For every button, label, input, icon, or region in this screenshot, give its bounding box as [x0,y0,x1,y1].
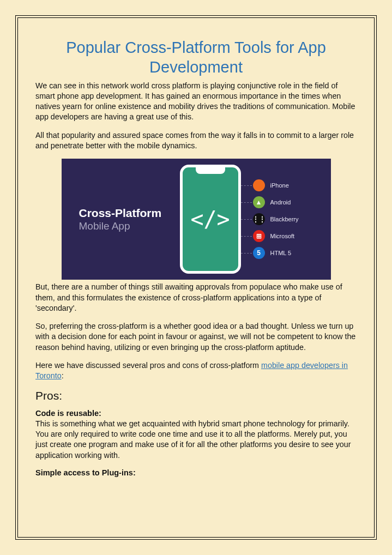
intro-paragraph-2: All that popularity and assured space co… [35,130,357,152]
figure-subheading: Mobile App [79,220,174,232]
code-reusable-heading: Code is reusable: [35,409,357,418]
para5-post: : [62,371,64,380]
figure-heading: Cross-Platform [79,206,174,220]
platform-row-html5: 5 HTML 5 [253,247,299,259]
figure-caption: Cross-Platform Mobile App [79,206,174,232]
platform-list: iPhone ▲ Android ⋮⋮ Blackberry ⊞ Microso… [253,174,299,264]
plugins-heading: Simple access to Plug-ins: [35,468,357,477]
phone-notch-icon [196,167,225,174]
code-reusable-body: This is something what we get acquainted… [35,419,357,461]
pros-heading: Pros: [35,389,357,402]
platform-label: Android [270,199,291,206]
phone-icon: </> [180,165,241,274]
page-inner-border: Popular Cross-Platform Tools for App Dev… [17,17,375,538]
page-outer-border: Popular Cross-Platform Tools for App Dev… [15,15,377,540]
blackberry-icon: ⋮⋮ [253,213,265,225]
platform-label: iPhone [270,182,289,189]
cross-platform-figure: Cross-Platform Mobile App </> iPhone ▲ A… [62,159,331,280]
para5-pre: Here we have discussed several pros and … [35,361,261,370]
platform-label: Microsoft [270,233,295,239]
body-paragraph-3: But, there are a number of things still … [35,282,357,313]
platform-row-blackberry: ⋮⋮ Blackberry [253,213,299,225]
intro-paragraph-1: We can see in this network world cross p… [35,81,357,123]
windows-icon: ⊞ [253,230,265,242]
html5-icon: 5 [253,247,265,259]
apple-icon [253,179,265,191]
code-icon: </> [190,207,230,232]
platform-row-android: ▲ Android [253,196,299,208]
body-paragraph-4: So, preferring the cross-platform is a w… [35,321,357,353]
platform-row-iphone: iPhone [253,179,299,191]
platform-label: Blackberry [270,216,299,222]
document-title: Popular Cross-Platform Tools for App Dev… [35,38,357,77]
platform-row-microsoft: ⊞ Microsoft [253,230,299,242]
body-paragraph-5: Here we have discussed several pros and … [35,360,357,382]
android-icon: ▲ [253,196,265,208]
platform-label: HTML 5 [270,250,292,256]
